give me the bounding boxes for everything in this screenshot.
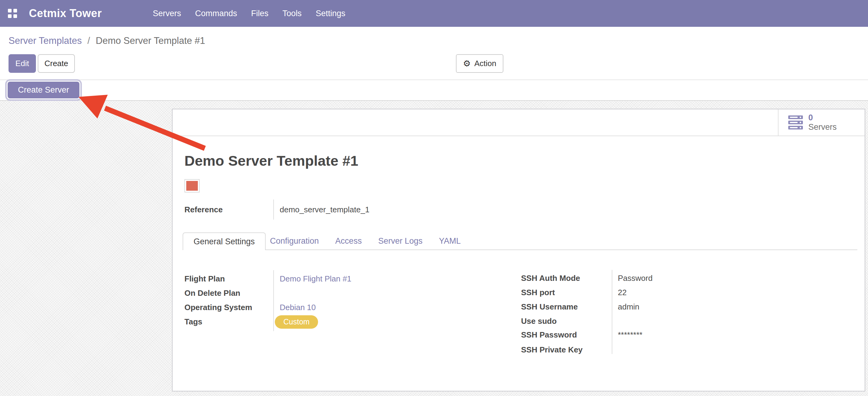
field-label-ssh-auth-mode: SSH Auth Mode: [521, 271, 580, 285]
flight-plan-link[interactable]: Demo Flight Plan #1: [280, 274, 351, 284]
tab-bottom-border: [183, 250, 857, 250]
app-brand[interactable]: Cetmix Tower: [29, 0, 102, 27]
field-value-flight-plan: Demo Flight Plan #1: [280, 272, 351, 286]
gear-icon: ⚙︎: [463, 59, 470, 68]
field-label-ssh-port: SSH port: [521, 285, 555, 300]
menu-commands[interactable]: Commands: [195, 9, 237, 18]
servers-stat-button[interactable]: 0 Servers: [778, 109, 865, 136]
field-label-ssh-private-key: SSH Private Key: [521, 343, 583, 357]
menu-servers[interactable]: Servers: [153, 9, 181, 18]
record-action-strip: Create Server: [0, 81, 868, 101]
servers-count: 0: [808, 113, 837, 122]
breadcrumb: Server Templates / Demo Server Template …: [8, 35, 205, 46]
tab-configuration[interactable]: Configuration: [262, 236, 327, 246]
field-label-ssh-password: SSH Password: [521, 328, 577, 342]
main-menu: Servers Commands Files Tools Settings: [153, 0, 345, 27]
field-value-ssh-port: 22: [618, 285, 627, 300]
apps-grid-icon[interactable]: [8, 9, 18, 18]
control-panel: Server Templates / Demo Server Template …: [0, 27, 868, 80]
operating-system-link[interactable]: Debian 10: [280, 303, 316, 312]
top-navbar: Cetmix Tower Servers Commands Files Tool…: [0, 0, 868, 27]
record-title: Demo Server Template #1: [184, 152, 358, 169]
reference-value: demo_server_template_1: [280, 205, 370, 215]
field-label-tags: Tags: [184, 315, 203, 329]
field-label-flight-plan: Flight Plan: [184, 272, 225, 286]
field-value-operating-system: Debian 10: [280, 300, 316, 315]
create-server-button[interactable]: Create Server: [8, 82, 80, 98]
reference-separator: [273, 200, 274, 220]
stat-button-box: 0 Servers: [173, 109, 865, 136]
field-value-ssh-username: admin: [618, 300, 640, 314]
menu-files[interactable]: Files: [251, 9, 269, 18]
field-value-ssh-password: ********: [618, 328, 643, 342]
menu-tools[interactable]: Tools: [282, 9, 302, 18]
tab-access[interactable]: Access: [327, 236, 370, 246]
create-button[interactable]: Create: [38, 54, 75, 73]
tag-custom[interactable]: Custom: [275, 315, 318, 329]
right-column-separator: [612, 270, 612, 354]
reference-label: Reference: [184, 205, 223, 215]
record-sheet: 0 Servers Demo Server Template #1 Refere…: [172, 109, 865, 391]
action-button-label: Action: [474, 59, 496, 68]
tab-yaml[interactable]: YAML: [431, 236, 469, 246]
breadcrumb-current: Demo Server Template #1: [96, 35, 206, 46]
field-value-ssh-auth-mode: Password: [618, 271, 653, 285]
field-value-tags: Custom: [275, 315, 318, 329]
server-stack-icon: [788, 115, 803, 130]
field-label-ssh-username: SSH Username: [521, 300, 578, 314]
field-label-on-delete-plan: On Delete Plan: [184, 286, 241, 300]
color-swatch-fill: [186, 181, 198, 191]
tab-server-logs[interactable]: Server Logs: [370, 236, 431, 246]
tab-general-settings[interactable]: General Settings: [183, 232, 266, 250]
tab-links: Configuration Access Server Logs YAML: [262, 232, 469, 250]
servers-label: Servers: [808, 122, 837, 132]
menu-settings[interactable]: Settings: [316, 9, 345, 18]
notebook-tabs: General Settings Configuration Access Se…: [173, 232, 865, 250]
breadcrumb-separator: /: [84, 35, 93, 46]
action-button[interactable]: ⚙︎ Action: [456, 54, 503, 73]
left-column-separator: [273, 270, 274, 331]
field-label-use-sudo: Use sudo: [521, 314, 557, 329]
content-background: 0 Servers Demo Server Template #1 Refere…: [0, 101, 868, 396]
stat-texts: 0 Servers: [808, 113, 837, 132]
edit-button[interactable]: Edit: [8, 54, 36, 73]
breadcrumb-parent-link[interactable]: Server Templates: [8, 35, 82, 46]
color-swatch[interactable]: [184, 179, 200, 193]
field-label-operating-system: Operating System: [184, 300, 252, 315]
